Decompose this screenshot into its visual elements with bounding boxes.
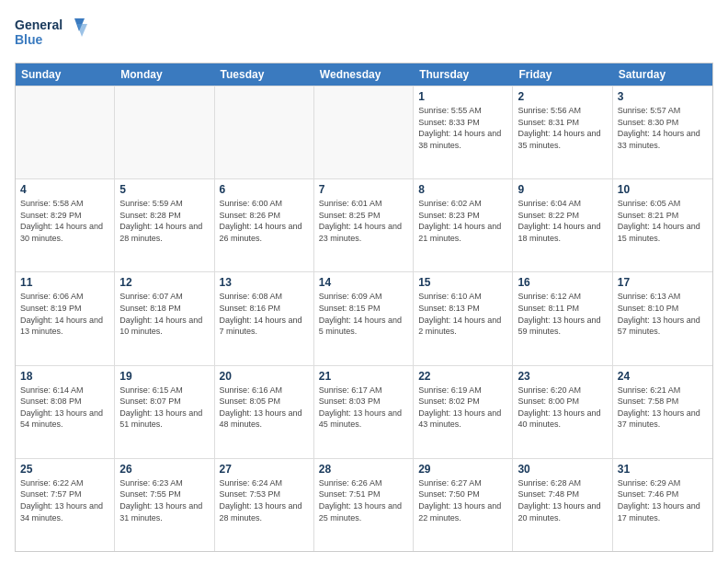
day-info: Sunrise: 5:58 AMSunset: 8:29 PMDaylight:…	[20, 199, 103, 243]
day-info: Sunrise: 6:09 AMSunset: 8:15 PMDaylight:…	[319, 292, 402, 336]
day-number: 2	[518, 90, 607, 103]
logo: General Blue	[15, 15, 88, 53]
calendar-week: 11 Sunrise: 6:06 AMSunset: 8:19 PMDaylig…	[16, 271, 712, 364]
day-number: 29	[418, 463, 507, 476]
logo-svg: General Blue	[15, 15, 88, 53]
calendar-cell: 6 Sunrise: 6:00 AMSunset: 8:26 PMDayligh…	[215, 179, 314, 271]
calendar-cell: 20 Sunrise: 6:16 AMSunset: 8:05 PMDaylig…	[215, 366, 314, 458]
calendar-cell	[314, 86, 414, 178]
calendar-cell: 17 Sunrise: 6:13 AMSunset: 8:10 PMDaylig…	[613, 272, 712, 364]
day-number: 1	[418, 90, 507, 103]
day-header: Thursday	[414, 63, 513, 86]
calendar-cell: 27 Sunrise: 6:24 AMSunset: 7:53 PMDaylig…	[215, 459, 314, 551]
calendar-cell: 9 Sunrise: 6:04 AMSunset: 8:22 PMDayligh…	[513, 179, 612, 271]
calendar-cell: 3 Sunrise: 5:57 AMSunset: 8:30 PMDayligh…	[613, 86, 712, 178]
day-info: Sunrise: 6:00 AMSunset: 8:26 PMDaylight:…	[220, 199, 302, 243]
day-number: 17	[618, 276, 708, 289]
day-number: 20	[220, 370, 309, 383]
day-info: Sunrise: 5:57 AMSunset: 8:30 PMDaylight:…	[618, 106, 700, 150]
day-number: 10	[618, 183, 708, 196]
day-number: 9	[518, 183, 607, 196]
day-number: 5	[119, 183, 209, 196]
calendar-cell: 10 Sunrise: 6:05 AMSunset: 8:21 PMDaylig…	[613, 179, 712, 271]
day-info: Sunrise: 6:13 AMSunset: 8:10 PMDaylight:…	[618, 292, 700, 336]
calendar-cell: 25 Sunrise: 6:22 AMSunset: 7:57 PMDaylig…	[16, 459, 115, 551]
calendar-cell: 28 Sunrise: 6:26 AMSunset: 7:51 PMDaylig…	[314, 459, 414, 551]
calendar-cell: 13 Sunrise: 6:08 AMSunset: 8:16 PMDaylig…	[215, 272, 314, 364]
day-info: Sunrise: 6:17 AMSunset: 8:03 PMDaylight:…	[319, 385, 402, 430]
day-info: Sunrise: 6:14 AMSunset: 8:08 PMDaylight:…	[20, 385, 103, 430]
header: General Blue	[15, 15, 713, 53]
day-info: Sunrise: 6:07 AMSunset: 8:18 PMDaylight:…	[119, 292, 202, 336]
day-number: 7	[319, 183, 408, 196]
day-header: Sunday	[16, 63, 115, 86]
calendar-cell	[215, 86, 314, 178]
day-info: Sunrise: 5:55 AMSunset: 8:33 PMDaylight:…	[418, 106, 501, 150]
calendar-cell: 15 Sunrise: 6:10 AMSunset: 8:13 PMDaylig…	[414, 272, 513, 364]
day-number: 23	[518, 370, 607, 383]
day-number: 13	[220, 276, 309, 289]
svg-text:General: General	[15, 17, 63, 32]
calendar-body: 1 Sunrise: 5:55 AMSunset: 8:33 PMDayligh…	[16, 86, 712, 551]
day-header: Monday	[115, 63, 214, 86]
calendar-cell: 31 Sunrise: 6:29 AMSunset: 7:46 PMDaylig…	[613, 459, 712, 551]
calendar-cell: 14 Sunrise: 6:09 AMSunset: 8:15 PMDaylig…	[314, 272, 414, 364]
day-number: 22	[418, 370, 507, 383]
day-header: Saturday	[613, 63, 712, 86]
day-info: Sunrise: 6:15 AMSunset: 8:07 PMDaylight:…	[119, 385, 202, 430]
day-number: 31	[618, 463, 708, 476]
calendar-week: 1 Sunrise: 5:55 AMSunset: 8:33 PMDayligh…	[16, 86, 712, 178]
calendar-week: 25 Sunrise: 6:22 AMSunset: 7:57 PMDaylig…	[16, 458, 712, 551]
calendar-cell: 21 Sunrise: 6:17 AMSunset: 8:03 PMDaylig…	[314, 366, 414, 458]
calendar-cell: 5 Sunrise: 5:59 AMSunset: 8:28 PMDayligh…	[115, 179, 214, 271]
day-info: Sunrise: 5:56 AMSunset: 8:31 PMDaylight:…	[518, 106, 600, 150]
day-info: Sunrise: 6:06 AMSunset: 8:19 PMDaylight:…	[20, 292, 103, 336]
day-info: Sunrise: 6:10 AMSunset: 8:13 PMDaylight:…	[418, 292, 501, 336]
day-number: 19	[119, 370, 209, 383]
day-info: Sunrise: 6:16 AMSunset: 8:05 PMDaylight:…	[220, 385, 302, 430]
day-number: 14	[319, 276, 408, 289]
day-info: Sunrise: 6:28 AMSunset: 7:48 PMDaylight:…	[518, 478, 600, 523]
calendar: SundayMondayTuesdayWednesdayThursdayFrid…	[15, 63, 713, 552]
day-info: Sunrise: 6:23 AMSunset: 7:55 PMDaylight:…	[119, 478, 202, 523]
day-number: 21	[319, 370, 408, 383]
calendar-cell: 29 Sunrise: 6:27 AMSunset: 7:50 PMDaylig…	[414, 459, 513, 551]
day-info: Sunrise: 6:22 AMSunset: 7:57 PMDaylight:…	[20, 478, 103, 523]
calendar-header: SundayMondayTuesdayWednesdayThursdayFrid…	[16, 63, 712, 86]
calendar-week: 4 Sunrise: 5:58 AMSunset: 8:29 PMDayligh…	[16, 178, 712, 271]
day-info: Sunrise: 6:05 AMSunset: 8:21 PMDaylight:…	[618, 199, 700, 243]
calendar-cell: 12 Sunrise: 6:07 AMSunset: 8:18 PMDaylig…	[115, 272, 214, 364]
day-info: Sunrise: 6:26 AMSunset: 7:51 PMDaylight:…	[319, 478, 402, 523]
day-number: 28	[319, 463, 408, 476]
calendar-cell	[16, 86, 115, 178]
day-info: Sunrise: 6:27 AMSunset: 7:50 PMDaylight:…	[418, 478, 501, 523]
day-number: 16	[518, 276, 607, 289]
calendar-cell	[115, 86, 214, 178]
day-number: 4	[20, 183, 109, 196]
calendar-cell: 16 Sunrise: 6:12 AMSunset: 8:11 PMDaylig…	[513, 272, 612, 364]
day-info: Sunrise: 6:08 AMSunset: 8:16 PMDaylight:…	[220, 292, 302, 336]
day-number: 15	[418, 276, 507, 289]
calendar-cell: 30 Sunrise: 6:28 AMSunset: 7:48 PMDaylig…	[513, 459, 612, 551]
calendar-cell: 8 Sunrise: 6:02 AMSunset: 8:23 PMDayligh…	[414, 179, 513, 271]
day-header: Wednesday	[314, 63, 414, 86]
day-number: 3	[618, 90, 708, 103]
calendar-cell: 7 Sunrise: 6:01 AMSunset: 8:25 PMDayligh…	[314, 179, 414, 271]
day-number: 27	[220, 463, 309, 476]
day-number: 11	[20, 276, 109, 289]
day-info: Sunrise: 6:04 AMSunset: 8:22 PMDaylight:…	[518, 199, 600, 243]
svg-text:Blue: Blue	[15, 32, 43, 47]
calendar-cell: 24 Sunrise: 6:21 AMSunset: 7:58 PMDaylig…	[613, 366, 712, 458]
calendar-cell: 11 Sunrise: 6:06 AMSunset: 8:19 PMDaylig…	[16, 272, 115, 364]
calendar-cell: 23 Sunrise: 6:20 AMSunset: 8:00 PMDaylig…	[513, 366, 612, 458]
calendar-cell: 1 Sunrise: 5:55 AMSunset: 8:33 PMDayligh…	[414, 86, 513, 178]
day-info: Sunrise: 6:20 AMSunset: 8:00 PMDaylight:…	[518, 385, 600, 430]
day-info: Sunrise: 6:02 AMSunset: 8:23 PMDaylight:…	[418, 199, 501, 243]
page: General Blue SundayMondayTuesdayWednesda…	[0, 0, 728, 563]
day-number: 12	[119, 276, 209, 289]
day-number: 6	[220, 183, 309, 196]
calendar-cell: 19 Sunrise: 6:15 AMSunset: 8:07 PMDaylig…	[115, 366, 214, 458]
calendar-cell: 4 Sunrise: 5:58 AMSunset: 8:29 PMDayligh…	[16, 179, 115, 271]
day-number: 8	[418, 183, 507, 196]
calendar-cell: 26 Sunrise: 6:23 AMSunset: 7:55 PMDaylig…	[115, 459, 214, 551]
